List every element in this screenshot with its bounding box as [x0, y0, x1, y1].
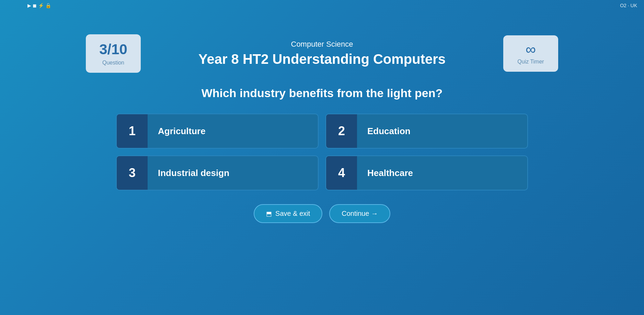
answer-text-4: Healthcare	[357, 158, 423, 188]
status-bar-right: O2 · UK	[620, 3, 637, 8]
course-subtitle: Computer Science	[154, 40, 490, 49]
question-text: Which industry benefits from the light p…	[202, 86, 443, 100]
answer-option-4[interactable]: 4 Healthcare	[325, 155, 528, 190]
answer-option-1[interactable]: 1 Agriculture	[116, 114, 319, 149]
title-section: Computer Science Year 8 HT2 Understandin…	[154, 40, 490, 67]
question-label: Question	[96, 60, 130, 66]
continue-button[interactable]: Continue →	[329, 204, 390, 223]
question-number: 3/10	[96, 41, 130, 58]
answer-option-2[interactable]: 2 Education	[325, 114, 528, 149]
question-counter: 3/10 Question	[86, 34, 141, 73]
header-row: 3/10 Question Computer Science Year 8 HT…	[86, 34, 558, 73]
quiz-timer-box: ∞ Quiz Timer	[503, 35, 558, 72]
save-exit-label: Save & exit	[275, 210, 310, 218]
continue-label: Continue →	[342, 210, 378, 217]
timer-infinity-symbol: ∞	[514, 42, 548, 57]
buttons-row: ⬒ Save & exit Continue →	[254, 204, 390, 223]
answer-text-2: Education	[357, 116, 421, 146]
save-exit-button[interactable]: ⬒ Save & exit	[254, 204, 322, 223]
main-container: 3/10 Question Computer Science Year 8 HT…	[86, 34, 558, 294]
answer-text-3: Industrial design	[148, 158, 240, 188]
answer-number-3: 3	[117, 156, 148, 190]
answer-text-1: Agriculture	[148, 116, 216, 146]
answers-grid: 1 Agriculture 2 Education 3 Industrial d…	[116, 114, 528, 190]
status-bar-left: ▶ ◼ ⚡ 🔒	[27, 3, 51, 8]
answer-number-4: 4	[326, 156, 357, 190]
save-icon: ⬒	[266, 210, 272, 218]
answer-option-3[interactable]: 3 Industrial design	[116, 155, 319, 190]
answer-number-2: 2	[326, 114, 357, 148]
course-title: Year 8 HT2 Understanding Computers	[154, 51, 490, 67]
answer-number-1: 1	[117, 114, 148, 148]
timer-label: Quiz Timer	[514, 59, 548, 65]
